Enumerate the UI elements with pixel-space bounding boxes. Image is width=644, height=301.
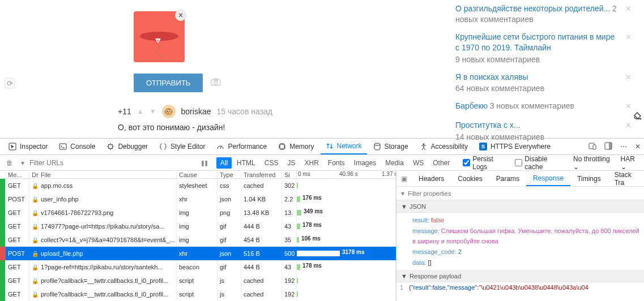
sidebar-post-link[interactable]: Проститутка с х...	[455, 121, 521, 130]
devtools-tab-inspector[interactable]: Inspector	[3, 139, 53, 154]
response-tab-params[interactable]: Params	[489, 171, 526, 186]
json-data: []	[428, 259, 432, 266]
har-menu[interactable]: HAR ⌄	[621, 155, 641, 171]
sidebar-post[interactable]: Крупнейшие сети быстрого питания в мире …	[455, 32, 630, 64]
col-file[interactable]: File	[39, 171, 177, 178]
network-row[interactable]: GET 🔒 v1764661-786722793.png img png 13.…	[0, 206, 396, 220]
devtools-tab-memory[interactable]: Memory	[273, 139, 319, 154]
type-filter-media[interactable]: Media	[381, 157, 408, 169]
json-section-header[interactable]: ▼ JSON	[396, 200, 644, 213]
clear-icon[interactable]: 🗑	[3, 159, 16, 167]
response-tab-stack-tra[interactable]: Stack Tra	[608, 171, 644, 186]
network-row[interactable]: GET 🔒 profile?callback=__twttr.callbacks…	[0, 274, 396, 287]
col-type[interactable]: Type	[217, 171, 241, 178]
devtools-tab-network[interactable]: Network	[321, 139, 367, 154]
send-button[interactable]: ОТПРАВИТЬ	[134, 74, 203, 92]
network-row[interactable]: GET 🔒 1?page-ref=https://pikabu.ru/story…	[0, 260, 396, 274]
close-icon[interactable]: ✕	[625, 33, 632, 41]
avatar[interactable]: 🐵	[162, 105, 176, 118]
throttling-select[interactable]: No throttling ⌄	[573, 155, 614, 171]
lock-icon: 🔒	[32, 223, 39, 230]
devtools-tab-debugger[interactable]: Debugger	[101, 139, 153, 154]
type-filter-ws[interactable]: WS	[409, 157, 428, 169]
responsive-mode-icon[interactable]	[588, 142, 596, 152]
close-icon[interactable]: ✕	[625, 5, 632, 13]
svg-rect-7	[59, 144, 66, 149]
network-row[interactable]: GET 🔒 profile?callback=__twttr.callbacks…	[0, 287, 396, 301]
network-row[interactable]: GET 🔒 174977?page-url=https://pikabu.ru/…	[0, 220, 396, 233]
svg-point-3	[214, 81, 217, 84]
sidebar-post[interactable]: Я в поисках халявы64 новых комментариев✕	[455, 72, 630, 93]
filter-urls-input[interactable]	[29, 159, 195, 167]
devtools-tab-performance[interactable]: Performance	[211, 139, 272, 154]
sidebar-post-link[interactable]: Барбекю	[455, 101, 488, 110]
remove-upload-button[interactable]: ✕	[175, 10, 186, 21]
type-filter-css[interactable]: CSS	[261, 157, 283, 169]
close-icon[interactable]: ✕	[625, 102, 632, 110]
toggle-pane-icon[interactable]: ▣	[396, 175, 412, 183]
comment-time: 15 часов назад	[216, 107, 272, 116]
devtools-tab-style-editor[interactable]: Style Editor	[154, 139, 210, 154]
comment-text: О, вот это понимаю - дизайн!	[118, 123, 442, 132]
sidebar-post-link[interactable]: Я в поисках халявы	[455, 72, 528, 81]
type-filter-fonts[interactable]: Fonts	[324, 157, 349, 169]
pause-icon[interactable]: ❚❚	[198, 159, 210, 167]
upvote-icon[interactable]: ▲	[137, 108, 144, 115]
col-method[interactable]: Me...	[6, 171, 29, 178]
json-result: false	[431, 217, 444, 223]
col-transferred[interactable]: Transferred	[241, 171, 282, 178]
devtools-close-icon[interactable]: ✕	[635, 143, 641, 150]
payload-section-header[interactable]: ▼ Response payload	[396, 270, 644, 282]
comment-username[interactable]: boriskae	[181, 107, 211, 116]
camera-icon[interactable]	[211, 78, 221, 88]
close-icon[interactable]: ✕	[625, 73, 632, 81]
filter-properties-input[interactable]	[408, 190, 639, 197]
dock-side-icon[interactable]	[604, 142, 612, 152]
response-tab-cookies[interactable]: Cookies	[451, 171, 489, 186]
lock-icon: 🔒	[32, 196, 39, 203]
sidebar-post[interactable]: Барбекю 3 новых комментариев✕	[455, 101, 630, 112]
json-message: Слишком большая гифка. Уменьшите, пожалу…	[412, 227, 639, 245]
response-tab-timings[interactable]: Timings	[570, 171, 608, 186]
type-filter-images[interactable]: Images	[350, 157, 380, 169]
type-filter-html[interactable]: HTML	[233, 157, 259, 169]
filter-icon[interactable]: ▾	[18, 159, 27, 167]
more-menu-icon[interactable]: ⋯	[620, 143, 627, 150]
close-icon[interactable]: ✕	[625, 121, 632, 130]
sidebar-post-link[interactable]: Крупнейшие сети быстрого питания в мире …	[455, 32, 615, 53]
sidebar-post[interactable]: О разгильдяйстве некоторых родителей... …	[455, 3, 630, 24]
json-message-code: 2	[458, 248, 462, 255]
network-row[interactable]: GET 🔒 app.mo.css stylesheet css cached 3…	[0, 179, 396, 192]
refresh-button[interactable]: ⟳	[5, 78, 15, 88]
bucket-icon[interactable]	[633, 112, 642, 123]
svg-rect-9	[280, 144, 284, 149]
sidebar-post[interactable]: Проститутка с х...14 новых комментариев✕	[455, 120, 630, 141]
col-domain[interactable]: Dr	[29, 171, 39, 178]
filter-icon: ▾	[401, 190, 404, 197]
type-filter-other[interactable]: Other	[429, 157, 454, 169]
disable-cache-checkbox[interactable]: Disable cache	[515, 155, 563, 171]
type-filter-all[interactable]: All	[216, 157, 232, 169]
downvote-icon[interactable]: ▼	[150, 108, 156, 115]
svg-point-10	[374, 143, 380, 145]
col-size[interactable]: Si	[282, 171, 297, 178]
svg-rect-15	[593, 145, 596, 149]
type-filter-js[interactable]: JS	[283, 157, 299, 169]
network-row[interactable]: GET 🔒 collect?v=1&_v=j79&a=407916788&t=e…	[0, 233, 396, 247]
lock-icon: 🔒	[32, 251, 39, 257]
response-tab-headers[interactable]: Headers	[412, 171, 451, 186]
lock-icon: 🔒	[32, 237, 39, 243]
svg-point-11	[423, 144, 424, 145]
devtools-tab-console[interactable]: Console	[54, 139, 100, 154]
network-row[interactable]: POST 🔒 upload_file.php xhr json 516 B 50…	[0, 247, 396, 260]
sidebar-post-link[interactable]: О разгильдяйстве некоторых родителей...	[455, 4, 610, 13]
persist-log-checkbox[interactable]: Persist Logs	[463, 155, 506, 171]
col-cause[interactable]: Cause	[177, 171, 217, 178]
response-tab-response[interactable]: Response	[526, 171, 570, 186]
comment-score: +11	[118, 107, 131, 116]
devtools-tab-storage[interactable]: Storage	[368, 139, 413, 154]
type-filter-xhr[interactable]: XHR	[300, 157, 322, 169]
network-row[interactable]: POST 🔒 user_info.php xhr json 1.04 KB 2.…	[0, 192, 396, 206]
col-waterfall[interactable]: 0 ms 40.96 s 1.37 m	[297, 171, 396, 178]
lock-icon: 🔒	[32, 210, 39, 216]
